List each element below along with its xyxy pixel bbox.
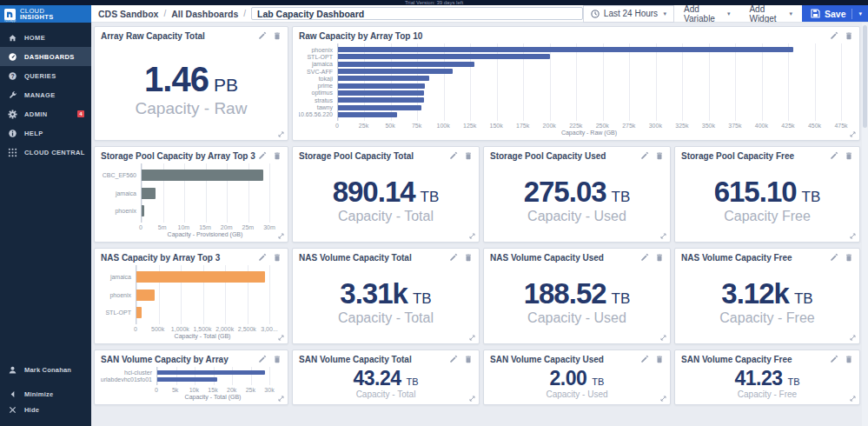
widget-title: NAS Volume Capacity Free — [681, 253, 792, 263]
add-widget-button[interactable]: Add Widget ▾ — [739, 5, 802, 22]
sidebar-item-manage[interactable]: MANAGE — [0, 85, 91, 104]
add-variable-button[interactable]: Add Variable ▾ — [674, 5, 739, 22]
x-tick-label: 425k — [781, 123, 794, 129]
widget-title: NAS Capacity by Array Top 3 — [101, 253, 220, 263]
chart-plot-area — [337, 43, 841, 121]
hide-sidebar-button[interactable]: Hide — [0, 402, 91, 417]
sidebar-item-queries[interactable]: ? QUERIES — [0, 66, 91, 85]
delete-widget-button[interactable] — [273, 253, 282, 262]
bar-chart: jamaicaphoenixSTL-OPT0500k1,000k1,500k2,… — [101, 263, 282, 340]
manage-icon — [7, 90, 17, 100]
category-label: jamaica — [299, 61, 337, 68]
x-tick-label: 0 — [134, 326, 137, 332]
scrollbar-thumb[interactable] — [863, 25, 867, 128]
delete-widget-button[interactable] — [273, 31, 282, 40]
edit-widget-button[interactable] — [830, 151, 838, 160]
edit-widget-button[interactable] — [258, 151, 267, 160]
edit-widget-button[interactable] — [449, 151, 458, 160]
resize-handle[interactable] — [277, 232, 285, 240]
delete-widget-button[interactable] — [273, 355, 282, 363]
resize-handle[interactable] — [659, 334, 667, 342]
delete-widget-button[interactable] — [273, 151, 282, 160]
admin-icon — [7, 109, 17, 119]
edit-widget-button[interactable] — [258, 31, 267, 40]
resize-handle[interactable] — [468, 395, 476, 403]
product-name: CLOUD INSIGHTS — [20, 8, 54, 21]
delete-widget-button[interactable] — [845, 151, 853, 160]
resize-handle[interactable] — [849, 395, 857, 403]
x-tick-label: 375k — [728, 123, 741, 129]
delete-widget-button[interactable] — [845, 253, 853, 262]
resize-handle[interactable] — [659, 395, 667, 403]
breadcrumb-tenant[interactable]: CDS Sandbox — [98, 9, 158, 19]
resize-handle[interactable] — [849, 232, 857, 240]
breadcrumb-all-dashboards[interactable]: All Dashboards — [171, 9, 238, 19]
widget-title: Storage Pool Capacity Free — [681, 151, 794, 161]
metric-value: 1.46 — [144, 60, 209, 99]
edit-widget-button[interactable] — [640, 151, 649, 160]
resize-handle[interactable] — [277, 395, 285, 403]
delete-widget-button[interactable] — [464, 151, 473, 160]
delete-widget-button[interactable] — [464, 355, 473, 363]
widget-grid: Array Raw Capacity Total1.46PBCapacity -… — [94, 26, 860, 405]
resize-handle[interactable] — [468, 232, 476, 240]
metric-display: 3.12kTBCapacity - Free — [681, 263, 853, 340]
x-tick-label: 20k — [227, 387, 236, 393]
bar — [142, 170, 263, 181]
save-menu-chevron-icon[interactable]: ▾ — [858, 10, 862, 17]
edit-widget-button[interactable] — [830, 253, 838, 262]
resize-handle[interactable] — [468, 334, 476, 342]
x-tick-label: 10k — [189, 387, 199, 393]
resize-handle[interactable] — [849, 130, 857, 138]
delete-widget-button[interactable] — [655, 253, 664, 262]
sidebar-item-dashboards[interactable]: DASHBOARDS — [0, 47, 91, 66]
x-tick-label: 325k — [675, 123, 688, 129]
resize-handle[interactable] — [277, 130, 285, 138]
delete-widget-button[interactable] — [655, 355, 664, 363]
x-tick-label: 50k — [385, 123, 394, 129]
sidebar-item-home[interactable]: HOME — [0, 28, 91, 47]
dashboard-title-input[interactable] — [251, 7, 583, 20]
sidebar-item-cloud-central[interactable]: CLOUD CENTRAL — [0, 143, 91, 162]
minimize-sidebar-button[interactable]: Minimize — [0, 386, 91, 402]
nas-volume-capacity-used-widget: NAS Volume Capacity Used188.52TBCapacity… — [483, 248, 671, 344]
metric-unit: TB — [413, 290, 432, 308]
x-tick-label: 275k — [622, 123, 635, 129]
x-axis-label: Capacity - Total (GB) — [156, 393, 269, 401]
delete-widget-button[interactable] — [845, 355, 853, 363]
hide-icon — [7, 404, 17, 415]
edit-widget-button[interactable] — [449, 355, 458, 363]
x-tick-label: 2,000k — [215, 326, 234, 332]
sidebar-item-admin[interactable]: ADMIN 4 — [0, 104, 91, 123]
resize-handle[interactable] — [277, 334, 285, 342]
metric-display: 890.14TBCapacity - Total — [299, 161, 473, 238]
metric-subtitle: Capacity Free — [724, 209, 811, 224]
edit-widget-button[interactable] — [258, 355, 267, 363]
delete-widget-button[interactable] — [845, 31, 853, 40]
edit-widget-button[interactable] — [830, 355, 838, 363]
time-range-selector[interactable]: Last 24 Hours ▾ — [583, 5, 674, 23]
bar — [136, 271, 265, 283]
save-button[interactable]: Save ▾ — [802, 5, 868, 22]
resize-handle[interactable] — [659, 232, 667, 240]
edit-widget-button[interactable] — [449, 253, 458, 262]
resize-handle[interactable] — [849, 334, 857, 342]
edit-widget-button[interactable] — [830, 31, 838, 40]
app-logo[interactable]: CLOUD INSIGHTS NetApp — [0, 5, 91, 23]
delete-widget-button[interactable] — [464, 253, 473, 262]
edit-widget-button[interactable] — [640, 355, 649, 363]
metric-value: 188.52 — [524, 277, 606, 310]
delete-widget-button[interactable] — [655, 151, 664, 160]
metric-display: 41.23TBCapacity - Free — [681, 364, 853, 401]
edit-widget-button[interactable] — [258, 253, 267, 262]
x-tick-label: 1,500k — [193, 326, 211, 332]
x-tick-label: 175k — [516, 123, 529, 129]
bar — [142, 188, 156, 199]
edit-widget-button[interactable] — [640, 253, 649, 262]
sidebar-item-help[interactable]: HELP — [0, 123, 91, 143]
category-label: tokaji — [299, 75, 337, 82]
metric-unit: TB — [612, 189, 631, 206]
x-tick-label: 0 — [139, 224, 142, 230]
queries-icon: ? — [7, 70, 17, 81]
user-menu[interactable]: Mark Conahan — [0, 362, 91, 377]
